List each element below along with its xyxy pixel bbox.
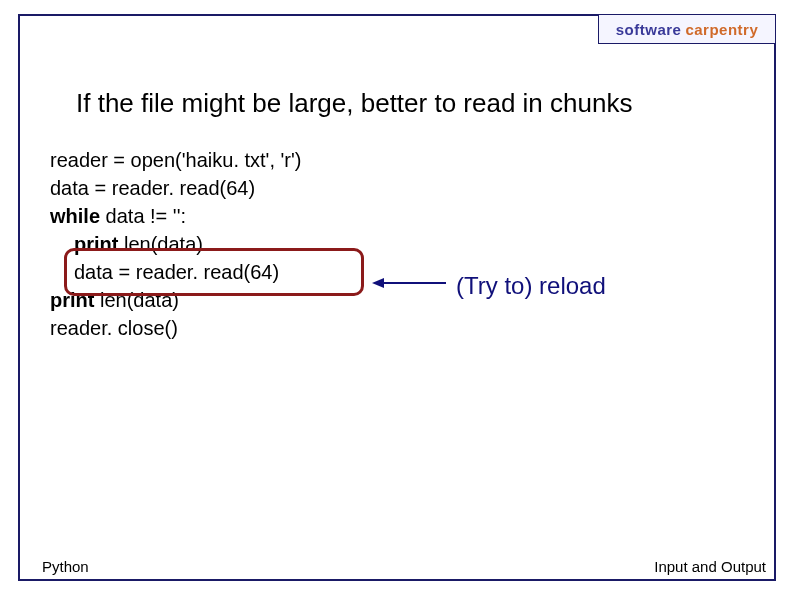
code-line-3: while data != '':: [50, 202, 302, 230]
code-line-1: reader = open('haiku. txt', 'r'): [50, 146, 302, 174]
arrow-icon: [372, 276, 446, 290]
logo-text: softwarecarpentry: [616, 21, 759, 38]
code-line-3-rest: data != '':: [100, 205, 186, 227]
annotation-text: (Try to) reload: [456, 272, 606, 300]
kw-while: while: [50, 205, 100, 227]
highlight-box: [64, 248, 364, 296]
slide-title: If the file might be large, better to re…: [76, 88, 632, 119]
logo: softwarecarpentry: [598, 14, 776, 44]
code-line-2: data = reader. read(64): [50, 174, 302, 202]
slide-frame: softwarecarpentry If the file might be l…: [18, 14, 776, 581]
code-line-7: reader. close(): [50, 314, 302, 342]
code-block: reader = open('haiku. txt', 'r') data = …: [50, 146, 302, 342]
logo-carpentry: carpentry: [685, 21, 758, 38]
svg-marker-1: [372, 278, 384, 288]
logo-software: software: [616, 21, 682, 38]
footer-left: Python: [42, 558, 89, 575]
footer-right: Input and Output: [654, 558, 766, 575]
